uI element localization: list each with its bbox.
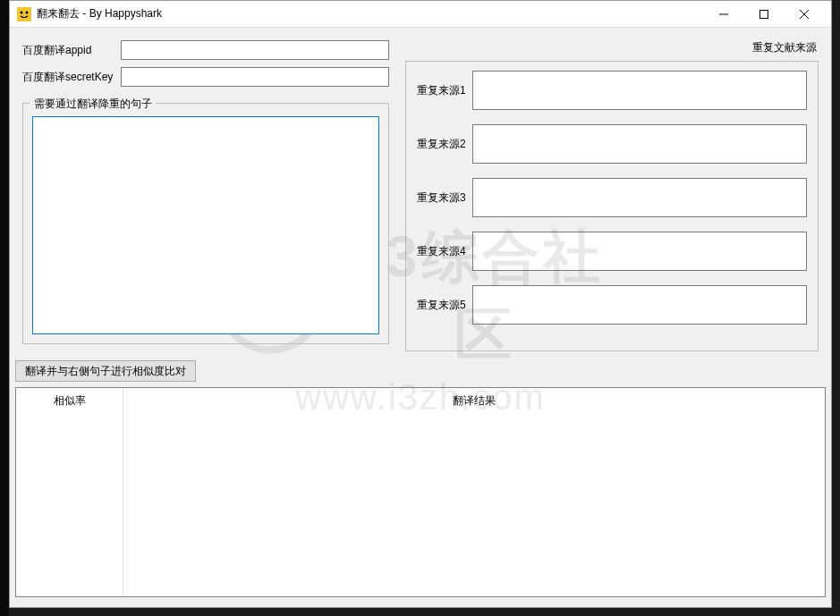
svg-point-2: [26, 11, 29, 13]
results-area: 相似率 翻译结果: [15, 387, 826, 597]
right-column: 重复文献来源 重复来源1 重复来源2 重复来源3 重复: [405, 40, 819, 351]
sources-title: 重复文献来源: [405, 40, 819, 55]
left-column: 百度翻译appid 百度翻译secretKey 需要通过翻译降重的句子: [22, 40, 389, 351]
close-button[interactable]: [784, 1, 824, 27]
source-2-input[interactable]: [472, 124, 807, 164]
source-4-label: 重复来源4: [417, 244, 472, 259]
secretkey-label: 百度翻译secretKey: [22, 70, 121, 85]
translation-column: 翻译结果: [123, 388, 825, 596]
source-5-label: 重复来源5: [417, 298, 472, 313]
sources-groupbox: 重复来源1 重复来源2 重复来源3 重复来源4: [405, 61, 819, 351]
source-5-input[interactable]: [472, 285, 807, 325]
secretkey-input[interactable]: [121, 67, 389, 87]
content-area: i3综合社区 www.i3zh.com 百度翻译appid 百度翻译secret…: [10, 28, 831, 607]
source-2-label: 重复来源2: [417, 137, 472, 152]
svg-point-1: [21, 11, 23, 13]
source-4-input[interactable]: [472, 232, 807, 271]
maximize-button[interactable]: [743, 1, 784, 27]
window-controls: [703, 1, 824, 27]
source-3-input[interactable]: [472, 178, 807, 217]
similarity-header: 相似率: [16, 388, 123, 414]
sentence-groupbox-title: 需要通过翻译降重的句子: [30, 97, 156, 112]
minimize-button[interactable]: [703, 1, 743, 27]
source-3-label: 重复来源3: [417, 190, 472, 206]
sentence-textarea[interactable]: [32, 116, 379, 334]
translation-header: 翻译结果: [123, 388, 825, 414]
appid-label: 百度翻译appid: [22, 43, 121, 58]
window-title: 翻来翻去 - By Happyshark: [37, 6, 703, 21]
sentence-groupbox: 需要通过翻译降重的句子: [22, 103, 389, 344]
source-1-input[interactable]: [472, 71, 807, 110]
titlebar: 翻来翻去 - By Happyshark: [10, 1, 831, 28]
similarity-column: 相似率: [16, 388, 123, 596]
appid-input[interactable]: [121, 40, 389, 60]
app-window: 翻来翻去 - By Happyshark i3综合社区 www.i3zh.com: [9, 0, 832, 608]
app-icon: [17, 7, 31, 21]
svg-rect-0: [17, 7, 31, 21]
source-1-label: 重复来源1: [417, 83, 472, 98]
svg-rect-4: [759, 10, 768, 18]
background-strip: [0, 0, 9, 616]
translate-compare-button[interactable]: 翻译并与右侧句子进行相似度比对: [15, 360, 196, 382]
